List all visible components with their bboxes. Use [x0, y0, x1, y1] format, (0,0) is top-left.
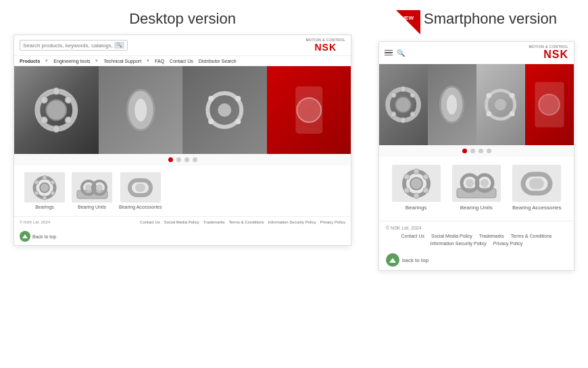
sm-footer-trademarks[interactable]: Trademarks	[479, 234, 504, 238]
sm-footer-info-security[interactable]: Information Security Policy	[431, 241, 487, 246]
sm-back-to-top[interactable]: back to top	[379, 250, 574, 270]
product-img-units	[72, 172, 112, 203]
svg-point-22	[34, 191, 39, 195]
sm-product-label-units: Bearing Units	[460, 205, 493, 211]
footer-info-security[interactable]: Information Security Policy	[268, 220, 316, 224]
sm-footer-copyright: © NSK Ltd. 2024	[386, 226, 567, 230]
sm-dot-2[interactable]	[470, 149, 475, 153]
dot-4[interactable]	[193, 157, 197, 162]
nav-technical[interactable]: Technical Support	[103, 59, 141, 63]
sm-product-img-units	[452, 165, 501, 202]
nav-products[interactable]: Products	[20, 59, 40, 63]
svg-point-14	[208, 119, 214, 124]
search-icon[interactable]: 🔍	[397, 49, 405, 57]
svg-point-36	[395, 97, 411, 112]
hero-panel-3	[182, 66, 267, 154]
footer-trademarks[interactable]: Trademarks	[203, 220, 225, 224]
svg-point-40	[410, 112, 416, 117]
new-badge: NEW	[396, 10, 420, 34]
smartphone-title-row: NEW Smartphone version	[396, 10, 557, 34]
svg-point-12	[208, 96, 214, 101]
sm-footer-contact[interactable]: Contact Us	[401, 234, 424, 238]
nav-faq[interactable]: FAQ	[155, 59, 164, 63]
hero-panel-2	[99, 66, 183, 154]
svg-point-54	[410, 178, 422, 190]
sm-footer-terms[interactable]: Terms & Conditions	[511, 234, 552, 238]
search-button[interactable]: 🔍	[114, 42, 124, 49]
svg-marker-33	[396, 10, 420, 34]
desktop-hero-dots	[14, 154, 351, 165]
sm-product-img-bearings	[392, 165, 441, 202]
svg-point-24	[43, 176, 47, 180]
svg-point-5	[65, 117, 72, 124]
footer-terms[interactable]: Terms & Conditions	[229, 220, 264, 224]
svg-point-15	[235, 119, 241, 124]
footer-social[interactable]: Social Media Policy	[164, 220, 199, 224]
product-label-accessories: Bearing Accessories	[119, 205, 162, 209]
product-item-units[interactable]: Bearing Units	[72, 172, 112, 209]
footer-contact[interactable]: Contact Us	[140, 220, 160, 224]
product-img-accessories	[120, 172, 161, 203]
sm-product-accessories[interactable]: Bearing Accessories	[512, 165, 561, 211]
desktop-footer: © NSK Ltd. 2024 Contact Us Social Media …	[14, 216, 351, 228]
product-label-bearings: Bearings	[35, 205, 54, 209]
product-item-accessories[interactable]: Bearing Accessories	[119, 172, 162, 209]
nsk-logo-text-desktop: NSK	[314, 42, 337, 53]
svg-point-9	[134, 98, 147, 122]
product-label-units: Bearing Units	[78, 205, 106, 209]
svg-point-56	[423, 174, 428, 180]
desktop-nav: Products ▾ Engineering tools ▾ Technical…	[14, 56, 351, 66]
dot-3[interactable]	[185, 157, 189, 162]
nav-distributor[interactable]: Distributor Search	[199, 59, 237, 63]
desktop-copyright: © NSK Ltd. 2024	[20, 220, 50, 224]
smartphone-products: Bearings Bearing Units	[379, 157, 574, 214]
svg-point-19	[40, 183, 49, 192]
dot-1[interactable]	[168, 157, 173, 162]
sm-hero-panel-1	[379, 64, 428, 145]
svg-point-63	[466, 179, 474, 187]
smartphone-hero	[379, 64, 574, 145]
svg-point-41	[401, 86, 406, 92]
svg-point-21	[51, 180, 55, 184]
svg-point-7	[53, 126, 59, 132]
sm-product-units[interactable]: Bearing Units	[452, 165, 501, 211]
product-img-bearings	[24, 172, 65, 203]
svg-point-3	[65, 97, 72, 103]
smartphone-section: NEW Smartphone version 🔍 MOTION & CONTRO…	[378, 10, 574, 271]
desktop-window: 🔍 MOTION & CONTROL NSK Products ▾ Engine…	[14, 34, 351, 246]
sm-dot-1[interactable]	[462, 149, 467, 153]
hero-panel-4	[267, 66, 351, 154]
sm-footer-social[interactable]: Social Media Policy	[431, 234, 472, 238]
product-item-bearings[interactable]: Bearings	[24, 172, 65, 209]
svg-point-59	[414, 169, 419, 174]
smartphone-topbar: 🔍 MOTION & CONTROL NSK	[379, 42, 574, 64]
sm-product-label-bearings: Bearings	[406, 205, 427, 211]
arrow-up-icon-sm	[389, 258, 396, 263]
svg-point-47	[486, 93, 491, 99]
back-to-top-desktop[interactable]: Back to top	[14, 228, 351, 245]
sm-product-label-accessories: Bearing Accessories	[512, 205, 561, 211]
nav-contact[interactable]: Contact Us	[170, 59, 193, 63]
sm-dot-3[interactable]	[479, 149, 483, 153]
footer-privacy[interactable]: Privacy Policy	[320, 220, 345, 224]
desktop-hero	[14, 66, 351, 154]
search-input[interactable]	[23, 43, 114, 49]
smartphone-hero-dots	[379, 145, 574, 157]
dot-2[interactable]	[176, 157, 181, 162]
sm-dot-4[interactable]	[487, 149, 491, 153]
nsk-logo-smartphone: MOTION & CONTROL NSK	[529, 45, 568, 61]
main-container: Desktop version 🔍 MOTION & CONTROL NSK P…	[14, 7, 574, 271]
nav-engineering[interactable]: Engineering tools	[53, 59, 90, 63]
sm-footer-privacy[interactable]: Privacy Policy	[493, 241, 523, 246]
svg-point-55	[404, 174, 410, 180]
svg-point-49	[486, 111, 491, 117]
desktop-search-bar[interactable]: 🔍	[20, 40, 128, 51]
svg-point-46	[495, 99, 506, 110]
sm-product-bearings[interactable]: Bearings	[392, 165, 441, 211]
svg-point-37	[391, 93, 396, 98]
svg-point-2	[41, 97, 47, 103]
hamburger-icon[interactable]	[385, 50, 393, 56]
svg-point-17	[297, 98, 321, 122]
svg-point-4	[41, 117, 47, 124]
sm-back-top-text: back to top	[402, 257, 428, 263]
